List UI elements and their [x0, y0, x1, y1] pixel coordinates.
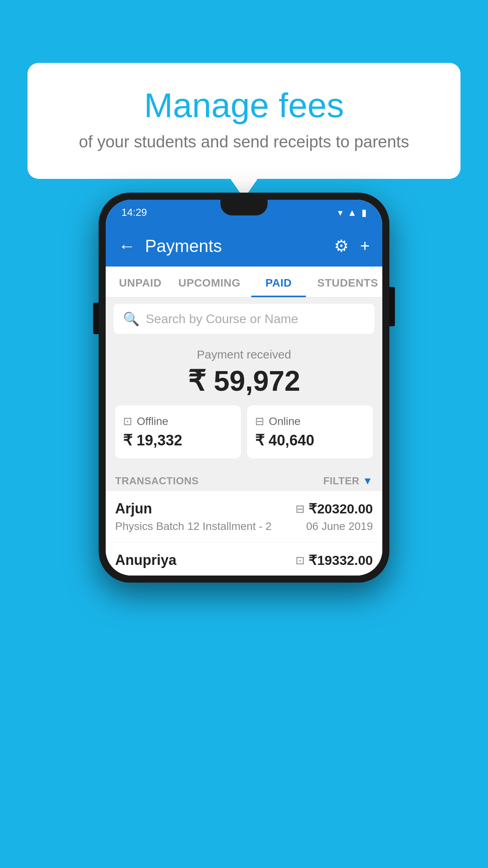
transactions-header: TRANSACTIONS FILTER ▼ — [106, 468, 382, 491]
transaction-row-top: Anupriya ⊡ ₹19332.00 — [115, 552, 373, 568]
transaction-name: Arjun — [115, 500, 152, 517]
payment-summary: Payment received ₹ 59,972 ⊡ Offline ₹ 19… — [106, 340, 382, 468]
transaction-row-bottom: Physics Batch 12 Installment - 2 06 June… — [115, 520, 373, 533]
search-box[interactable]: 🔍 Search by Course or Name — [114, 304, 374, 334]
transaction-date: 06 June 2019 — [306, 520, 373, 533]
offline-icon: ⊡ — [123, 415, 132, 428]
gear-icon[interactable]: ⚙ — [334, 236, 349, 256]
online-label: Online — [269, 415, 301, 428]
offline-label: Offline — [137, 415, 168, 428]
transaction-course: Physics Batch 12 Installment - 2 — [115, 520, 272, 533]
status-bar: 14:29 ▾ ▲ ▮ — [106, 200, 382, 225]
phone-shell: 14:29 ▾ ▲ ▮ ← Payments ⚙ + UNPAID UPCO — [99, 193, 389, 583]
phone-screen: 14:29 ▾ ▲ ▮ ← Payments ⚙ + UNPAID UPCO — [106, 200, 382, 576]
transactions-label: TRANSACTIONS — [115, 475, 199, 487]
payment-cards: ⊡ Offline ₹ 19,332 ⊟ Online ₹ 40,640 — [115, 405, 373, 458]
tab-paid[interactable]: PAID — [244, 267, 313, 297]
app-bar: ← Payments ⚙ + — [106, 225, 382, 267]
search-placeholder: Search by Course or Name — [146, 312, 298, 326]
wifi-icon: ▾ — [338, 207, 343, 218]
filter-icon: ▼ — [363, 475, 373, 487]
transaction-name: Anupriya — [115, 552, 176, 568]
offline-card: ⊡ Offline ₹ 19,332 — [115, 405, 241, 458]
status-time: 14:29 — [121, 206, 147, 219]
online-icon: ⊟ — [255, 415, 264, 428]
tab-unpaid[interactable]: UNPAID — [106, 267, 175, 297]
online-payment-icon: ⊟ — [295, 502, 305, 515]
payment-total-amount: ₹ 59,972 — [115, 364, 373, 397]
tab-students[interactable]: STUDENTS — [313, 267, 382, 297]
bubble-subtitle: of your students and send receipts to pa… — [47, 132, 441, 151]
signal-icon: ▲ — [347, 207, 357, 218]
offline-amount: ₹ 19,332 — [123, 432, 233, 449]
tabs-bar: UNPAID UPCOMING PAID STUDENTS — [106, 267, 382, 298]
battery-icon: ▮ — [361, 207, 367, 218]
phone-wrapper: 14:29 ▾ ▲ ▮ ← Payments ⚙ + UNPAID UPCO — [99, 193, 389, 583]
bubble-title: Manage fees — [47, 86, 441, 125]
plus-icon[interactable]: + — [360, 237, 370, 256]
online-card-header: ⊟ Online — [255, 415, 365, 428]
payment-received-label: Payment received — [115, 348, 373, 361]
back-button[interactable]: ← — [118, 236, 136, 256]
transaction-row[interactable]: Anupriya ⊡ ₹19332.00 — [106, 542, 382, 576]
filter-button[interactable]: FILTER ▼ — [323, 475, 373, 487]
speech-bubble: Manage fees of your students and send re… — [28, 63, 460, 179]
transaction-amount-row: ⊟ ₹20320.00 — [295, 501, 373, 517]
notch — [220, 200, 268, 215]
offline-card-header: ⊡ Offline — [123, 415, 233, 428]
filter-label: FILTER — [323, 475, 360, 487]
offline-payment-icon: ⊡ — [295, 554, 305, 567]
search-container: 🔍 Search by Course or Name — [106, 298, 382, 340]
transaction-row-top: Arjun ⊟ ₹20320.00 — [115, 500, 373, 517]
search-icon: 🔍 — [123, 311, 139, 327]
transaction-amount: ₹19332.00 — [308, 552, 373, 568]
transaction-amount: ₹20320.00 — [308, 501, 373, 517]
online-card: ⊟ Online ₹ 40,640 — [247, 405, 373, 458]
tab-upcoming[interactable]: UPCOMING — [175, 267, 244, 297]
transaction-amount-row: ⊡ ₹19332.00 — [295, 552, 373, 568]
app-bar-icons: ⚙ + — [334, 236, 370, 256]
status-icons: ▾ ▲ ▮ — [338, 207, 367, 218]
transaction-row[interactable]: Arjun ⊟ ₹20320.00 Physics Batch 12 Insta… — [106, 491, 382, 542]
app-title: Payments — [145, 236, 334, 256]
online-amount: ₹ 40,640 — [255, 432, 365, 449]
